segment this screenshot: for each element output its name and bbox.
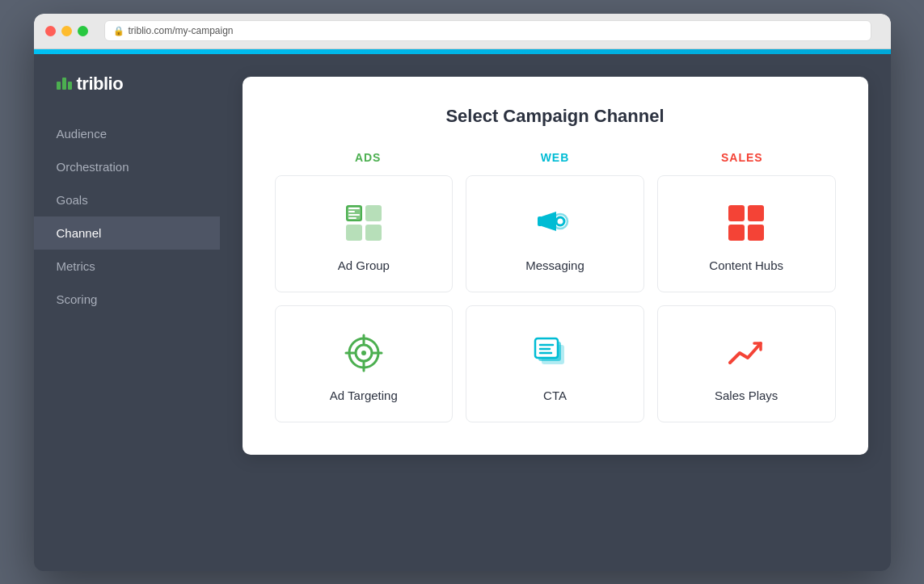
- svg-rect-2: [346, 225, 362, 241]
- card-cta-label: CTA: [543, 389, 567, 402]
- card-ad-group[interactable]: Ad Group: [275, 175, 454, 292]
- sidebar-item-audience[interactable]: Audience: [34, 117, 220, 150]
- card-content-hubs-label: Content Hubs: [709, 258, 783, 272]
- category-web: WEB: [462, 151, 648, 164]
- svg-rect-8: [348, 217, 357, 219]
- logo-bar-1: [57, 82, 61, 90]
- browser-body: triblio Audience Orchestration Goals Cha…: [34, 54, 891, 571]
- maximize-button[interactable]: [78, 26, 88, 36]
- svg-rect-3: [365, 225, 382, 241]
- logo: triblio: [34, 74, 220, 117]
- svg-point-10: [556, 217, 564, 225]
- svg-rect-13: [748, 205, 764, 221]
- browser-window: 🔒 triblio.com/my-campaign triblio Audien…: [34, 14, 891, 571]
- card-content-hubs[interactable]: Content Hubs: [657, 175, 836, 292]
- ad-targeting-icon: [341, 330, 386, 376]
- sidebar-item-goals[interactable]: Goals: [34, 183, 220, 216]
- traffic-lights: [45, 26, 88, 36]
- category-ads: ADS: [275, 151, 462, 164]
- sidebar-item-scoring[interactable]: Scoring: [34, 283, 220, 316]
- logo-icon: [57, 78, 72, 90]
- cta-icon: [532, 330, 577, 376]
- card-ad-targeting-label: Ad Targeting: [330, 389, 398, 402]
- messaging-icon: [532, 200, 577, 246]
- main-content: Select Campaign Channel ADS WEB SALES: [220, 54, 891, 571]
- sidebar-item-channel[interactable]: Channel: [34, 216, 220, 250]
- svg-rect-5: [348, 208, 360, 209]
- card-cta[interactable]: CTA: [466, 305, 644, 422]
- url-text: triblio.com/my-campaign: [129, 25, 234, 36]
- panel: Select Campaign Channel ADS WEB SALES: [243, 77, 868, 455]
- logo-bar-3: [68, 82, 72, 90]
- sidebar-item-metrics[interactable]: Metrics: [34, 250, 220, 283]
- svg-rect-6: [348, 211, 355, 212]
- cards-grid: Ad Group Mess: [275, 175, 836, 422]
- card-ad-group-label: Ad Group: [338, 258, 390, 272]
- close-button[interactable]: [45, 26, 56, 36]
- lock-icon: 🔒: [113, 26, 124, 36]
- content-hubs-icon: [724, 200, 769, 246]
- svg-rect-12: [728, 205, 745, 221]
- card-messaging-label: Messaging: [525, 258, 584, 272]
- card-messaging[interactable]: Messaging: [466, 175, 644, 292]
- panel-title: Select Campaign Channel: [275, 106, 836, 127]
- address-bar[interactable]: 🔒 triblio.com/my-campaign: [104, 20, 871, 41]
- sales-plays-icon: [724, 330, 769, 376]
- minimize-button[interactable]: [61, 26, 72, 36]
- logo-bar-2: [62, 78, 66, 90]
- card-sales-plays[interactable]: Sales Plays: [657, 305, 836, 422]
- browser-titlebar: 🔒 triblio.com/my-campaign: [34, 14, 891, 49]
- sidebar-item-orchestration[interactable]: Orchestration: [34, 150, 220, 183]
- category-row: ADS WEB SALES: [275, 151, 836, 164]
- svg-rect-15: [748, 225, 764, 241]
- card-sales-plays-label: Sales Plays: [715, 389, 778, 402]
- svg-rect-14: [728, 225, 745, 241]
- category-sales: SALES: [648, 151, 835, 164]
- svg-rect-7: [348, 214, 360, 216]
- card-ad-targeting[interactable]: Ad Targeting: [275, 305, 454, 422]
- svg-rect-1: [365, 205, 382, 221]
- svg-point-18: [361, 351, 366, 355]
- ad-group-icon: [341, 200, 386, 246]
- sidebar: triblio Audience Orchestration Goals Cha…: [34, 54, 220, 571]
- svg-rect-9: [538, 216, 542, 226]
- logo-text: triblio: [77, 74, 124, 95]
